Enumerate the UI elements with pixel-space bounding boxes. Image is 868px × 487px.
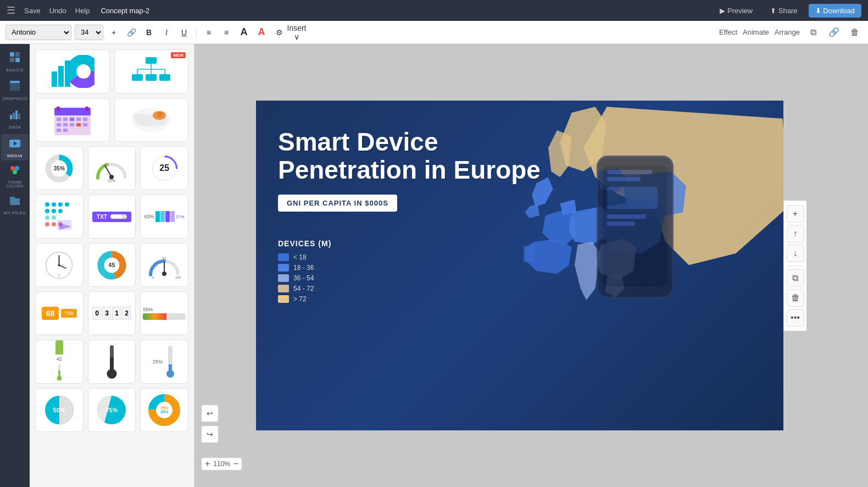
world-map-item[interactable] <box>114 98 189 142</box>
clock-item[interactable]: 12 <box>35 243 84 287</box>
svg-rect-38 <box>57 123 61 126</box>
circle-50-item[interactable]: 50% <box>35 388 84 432</box>
formatting-toolbar: Antonio Arial Helvetica 34 12 14 18 24 3… <box>0 21 868 44</box>
insert-button[interactable]: Insert ∨ <box>290 25 304 40</box>
canvas-area[interactable]: ↩ ↪ + 110% − <box>194 44 868 487</box>
font-size-select[interactable]: 34 12 14 18 24 36 48 <box>75 25 103 40</box>
dot-matrix-item[interactable] <box>35 195 84 239</box>
donut-45-item[interactable]: 45 <box>88 243 136 287</box>
move-down-button[interactable]: ↓ <box>787 245 804 262</box>
svg-rect-8 <box>15 110 18 119</box>
progress-27-value: 27% <box>176 214 185 219</box>
undo-menu-item[interactable]: Undo <box>49 7 66 15</box>
redo-button[interactable]: ↪ <box>201 425 219 443</box>
slide-title: Smart Device Penetration in Europe <box>278 128 542 184</box>
counter-item[interactable]: 0 3 1 2 <box>88 291 136 335</box>
zoom-out-button[interactable]: − <box>233 459 238 469</box>
svg-rect-9 <box>18 114 20 119</box>
legend-label: < 18 <box>293 253 307 261</box>
badge-68-item[interactable]: 68 Title <box>35 291 84 335</box>
hamburger-icon[interactable]: ☰ <box>7 4 15 16</box>
underline-button[interactable]: U <box>177 25 191 40</box>
help-menu-item[interactable]: Help <box>75 7 90 15</box>
badge-title: Title <box>61 309 77 318</box>
svg-rect-16 <box>58 66 64 87</box>
svg-text:12: 12 <box>58 274 61 277</box>
thermo-42-item[interactable]: 42 <box>35 340 84 384</box>
donut-35-item[interactable]: 35% <box>35 146 84 190</box>
text-bar-item[interactable]: TXT <box>88 195 136 239</box>
sidebar-item-data[interactable]: DATA <box>1 106 29 132</box>
zoom-in-button[interactable]: + <box>205 459 210 469</box>
svg-point-19 <box>71 59 94 84</box>
svg-rect-44 <box>63 129 68 132</box>
calendar-item[interactable] <box>35 98 110 142</box>
svg-rect-27 <box>146 74 157 81</box>
sidebar-item-media[interactable]: MEDIA <box>1 134 29 161</box>
delete-toolbar-button[interactable]: 🗑 <box>847 25 863 40</box>
new-badge: NEW <box>171 52 186 58</box>
move-up-button[interactable]: ↑ <box>787 225 804 242</box>
circle-25-item[interactable]: 25 <box>140 146 188 190</box>
text-color-button[interactable]: A <box>254 25 269 40</box>
thermo-dark-item[interactable] <box>88 340 136 384</box>
speedometer-item[interactable]: 0 50 100 <box>140 243 188 287</box>
canvas-right-toolbar: + ↑ ↓ ⧉ 🗑 ••• <box>783 201 806 331</box>
svg-point-62 <box>45 215 49 220</box>
progress-63-value: 63% <box>144 214 154 219</box>
sidebar-item-theme-colors[interactable]: THEME COLORS <box>1 163 29 189</box>
font-family-select[interactable]: Antonio Arial Helvetica <box>5 25 71 40</box>
preview-button[interactable]: ▶ Preview <box>713 4 759 18</box>
gauge-25-item[interactable]: 25% <box>88 146 136 190</box>
phone-screen <box>603 165 667 286</box>
phone-overlay <box>597 156 674 298</box>
delete-slide-button[interactable]: 🗑 <box>787 289 804 307</box>
bar-pie-chart-item[interactable] <box>35 49 110 93</box>
undo-button[interactable]: ↩ <box>201 405 219 422</box>
text-settings-button[interactable]: ⚙ <box>272 25 286 40</box>
align-button[interactable]: ≡ <box>202 25 216 40</box>
arrange-button[interactable]: Arrange <box>775 28 800 36</box>
legend-item: < 18 <box>278 253 761 261</box>
thermo-25-item[interactable]: 25% <box>140 340 188 384</box>
duplicate-slide-button[interactable]: ⧉ <box>787 269 804 287</box>
add-element-button[interactable]: + <box>787 205 804 223</box>
svg-rect-39 <box>63 123 68 126</box>
svg-point-89 <box>166 370 174 378</box>
animate-button[interactable]: Animate <box>743 28 769 36</box>
toolbar-right-group: Effect Animate Arrange ⧉ 🔗 🗑 <box>719 25 863 40</box>
legend-swatch <box>278 264 289 272</box>
share-button[interactable]: ⬆ Share <box>764 4 804 18</box>
svg-point-12 <box>10 166 15 170</box>
text-style-button[interactable]: A <box>237 25 251 40</box>
sidebar-item-my-files[interactable]: MY FILES <box>1 191 29 218</box>
increase-size-button[interactable]: + <box>107 25 121 40</box>
bold-button[interactable]: B <box>142 25 156 40</box>
progress-63-item[interactable]: 63% 27% <box>140 195 188 239</box>
svg-rect-28 <box>159 74 170 81</box>
sidebar-label-data: DATA <box>9 125 21 130</box>
progress-55-value: 55% <box>143 307 186 312</box>
svg-rect-3 <box>15 58 20 62</box>
svg-rect-88 <box>169 364 172 370</box>
more-options-button[interactable]: ••• <box>787 309 804 326</box>
save-menu-item[interactable]: Save <box>24 7 41 15</box>
duplicate-button[interactable]: ⧉ <box>805 25 821 40</box>
legend-title: DEVICES (M) <box>278 239 761 248</box>
org-chart-item[interactable]: NEW <box>114 49 189 93</box>
progress-55-item[interactable]: 55% <box>140 291 188 335</box>
italic-button[interactable]: I <box>159 25 174 40</box>
document-title[interactable]: Concept map-2 <box>101 7 149 15</box>
text-bar-label: TXT <box>97 214 107 220</box>
sidebar-item-graphics[interactable]: GRAPHICS <box>1 77 29 103</box>
sidebar-label-graphics: GRAPHICS <box>2 96 27 101</box>
effect-button[interactable]: Effect <box>719 28 737 36</box>
link-button[interactable]: 🔗 <box>124 25 138 40</box>
slide-canvas[interactable]: Smart Device Penetration in Europe GNI P… <box>256 101 783 430</box>
sidebar-item-basics[interactable]: BASICS <box>1 48 29 75</box>
circle-75-item[interactable]: 75% <box>88 388 136 432</box>
list-button[interactable]: ≡ <box>219 25 233 40</box>
link-toolbar-button[interactable]: 🔗 <box>826 25 842 40</box>
download-button[interactable]: ⬇ Download <box>809 4 861 18</box>
donut-75-25-item[interactable]: 75% 25% <box>140 388 188 432</box>
